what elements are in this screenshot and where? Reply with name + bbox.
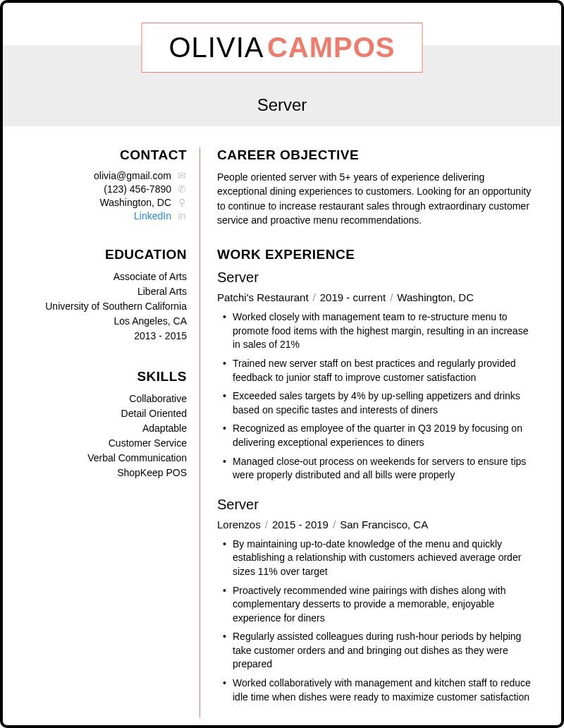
education-line: 2013 - 2015 — [17, 329, 187, 344]
job-title: Server — [257, 95, 307, 115]
job-bullets: Worked closely with management team to r… — [217, 310, 533, 483]
bullet-item: Regularly assisted colleagues during rus… — [233, 630, 533, 672]
job-company: Patchi's Restaurant — [217, 291, 309, 303]
bullet-item: Recognized as employee of the quarter in… — [233, 422, 533, 449]
contact-section: CONTACT olivia@gmail.com ✉ (123) 456-789… — [17, 147, 187, 222]
education-line: Los Angeles, CA — [17, 314, 187, 329]
skill-item: Collaborative — [17, 392, 187, 406]
skill-item: Verbal Communication — [17, 451, 187, 466]
job-dates: 2015 - 2019 — [272, 518, 329, 530]
contact-email: olivia@gmail.com ✉ — [17, 170, 187, 181]
phone-icon: ✆ — [177, 183, 187, 195]
skill-item: Customer Service — [17, 436, 187, 451]
education-line: Associate of Arts — [17, 269, 187, 284]
contact-heading: CONTACT — [17, 147, 187, 163]
bullet-item: Proactively recommended wine pairings wi… — [233, 584, 533, 626]
linkedin-icon: in — [177, 210, 187, 222]
skill-item: ShopKeep POS — [17, 466, 187, 480]
contact-linkedin[interactable]: LinkedIn in — [17, 210, 187, 222]
skills-section: SKILLS Collaborative Detail Oriented Ada… — [17, 369, 187, 480]
objective-text: People oriented server with 5+ years of … — [217, 170, 533, 227]
name-box: OLIVIA CAMPOS — [142, 23, 423, 73]
job-dates: 2019 - current — [320, 291, 386, 303]
sidebar: CONTACT olivia@gmail.com ✉ (123) 456-789… — [3, 147, 200, 718]
job-location: San Francisco, CA — [340, 518, 428, 530]
header-band: OLIVIA CAMPOS Server — [3, 45, 561, 126]
first-name: OLIVIA — [169, 32, 264, 63]
education-line: University of Southern California — [17, 299, 187, 314]
job-meta: Lorenzos/2015 - 2019/San Francisco, CA — [217, 518, 533, 530]
location-icon: ⚲ — [177, 197, 187, 208]
job-location: Washington, DC — [397, 291, 474, 303]
job-meta: Patchi's Restaurant/2019 - current/Washi… — [217, 291, 533, 303]
skill-item: Adaptable — [17, 421, 187, 436]
objective-heading: CAREER OBJECTIVE — [217, 147, 533, 163]
experience-heading: WORK EXPERIENCE — [217, 247, 533, 262]
bullet-item: Managed close-out process on weekends fo… — [233, 455, 533, 483]
job-role: Server — [217, 269, 533, 286]
bullet-item: Trained new server staff on best practic… — [233, 357, 533, 384]
job-bullets: By maintaining up-to-date knowledge of t… — [217, 538, 533, 705]
contact-phone: (123) 456-7890 ✆ — [17, 183, 187, 195]
education-heading: EDUCATION — [17, 247, 187, 262]
bullet-item: By maintaining up-to-date knowledge of t… — [233, 538, 533, 579]
education-section: EDUCATION Associate of Arts Liberal Arts… — [17, 247, 187, 344]
job-block: Server Lorenzos/2015 - 2019/San Francisc… — [217, 497, 533, 705]
bullet-item: Exceeded sales targets by 4% by up-selli… — [233, 389, 533, 417]
envelope-icon: ✉ — [177, 170, 187, 181]
job-company: Lorenzos — [217, 518, 261, 530]
skills-heading: SKILLS — [17, 369, 187, 384]
job-block: Server Patchi's Restaurant/2019 - curren… — [217, 269, 533, 483]
skill-item: Detail Oriented — [17, 406, 187, 421]
main-column: CAREER OBJECTIVE People oriented server … — [200, 147, 533, 718]
contact-location: Washington, DC ⚲ — [17, 197, 187, 208]
last-name: CAMPOS — [267, 32, 396, 63]
bullet-item: Worked closely with management team to r… — [233, 310, 533, 352]
bullet-item: Worked collaboratively with management a… — [233, 677, 533, 704]
job-role: Server — [217, 497, 533, 513]
content-area: CONTACT olivia@gmail.com ✉ (123) 456-789… — [3, 126, 561, 718]
education-line: Liberal Arts — [17, 284, 187, 299]
